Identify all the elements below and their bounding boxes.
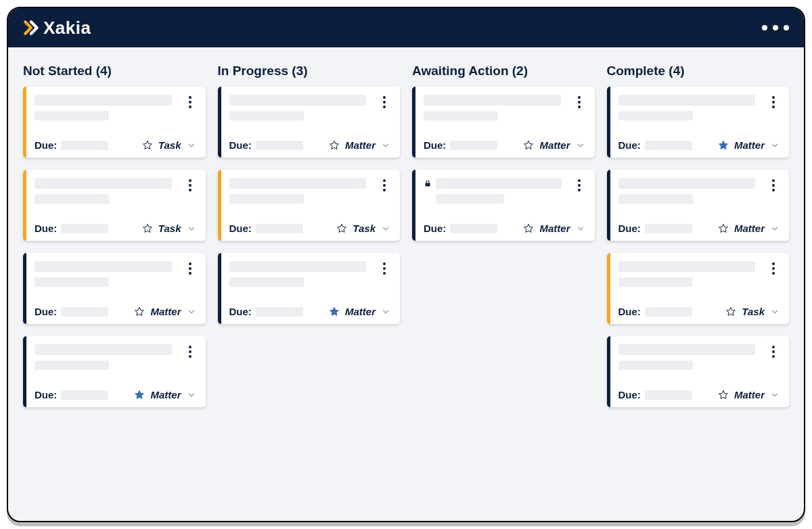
titlebar: Xakia (8, 8, 804, 47)
due-label: Due: (229, 139, 252, 151)
card-title-placeholder (618, 261, 768, 287)
star-icon[interactable] (134, 306, 145, 317)
kanban-card[interactable]: Due: Matter (412, 87, 595, 158)
card-menu-button[interactable] (184, 344, 196, 358)
kanban-column: Complete (4) Due: Matter (607, 64, 790, 419)
brand: Xakia (23, 18, 91, 39)
due-label: Due: (35, 139, 57, 151)
card-menu-button[interactable] (378, 95, 390, 108)
kanban-card[interactable]: Due: Matter (23, 336, 206, 407)
due-label: Due: (424, 223, 446, 234)
kanban-card[interactable]: Due: Task (23, 87, 206, 158)
kanban-card[interactable]: Due: Matter (607, 336, 790, 407)
due-field: Due: (229, 139, 303, 151)
kanban-card[interactable]: Due: Task (218, 170, 401, 241)
star-icon[interactable] (523, 140, 534, 151)
chevron-down-icon[interactable] (381, 141, 390, 150)
star-icon[interactable] (523, 223, 534, 234)
card-type-label: Matter (734, 223, 765, 234)
lock-icon (424, 179, 432, 188)
chevron-down-icon[interactable] (576, 224, 585, 233)
due-field: Due: (424, 223, 497, 234)
app-window: Xakia Not Started (4) Due: (7, 7, 805, 522)
star-icon[interactable] (329, 140, 340, 151)
due-value-placeholder (450, 141, 497, 150)
star-icon[interactable] (725, 306, 736, 317)
chevron-down-icon[interactable] (187, 224, 196, 233)
card-title-placeholder (35, 344, 184, 370)
due-label: Due: (618, 223, 641, 234)
card-menu-button[interactable] (767, 261, 780, 275)
star-icon[interactable] (329, 306, 340, 317)
due-value-placeholder (256, 224, 303, 233)
kanban-card[interactable]: Due: Matter (218, 87, 401, 158)
due-value-placeholder (645, 390, 692, 400)
card-type-label: Task (353, 223, 376, 234)
chevron-down-icon[interactable] (770, 307, 780, 317)
column-title: Awaiting Action (2) (412, 64, 595, 78)
card-menu-button[interactable] (378, 261, 390, 275)
window-menu-button[interactable] (762, 25, 789, 30)
kanban-card[interactable]: Due: Matter (607, 170, 790, 241)
card-type-label: Matter (539, 223, 570, 234)
kanban-column: In Progress (3) Due: Matter (218, 64, 401, 336)
kanban-card[interactable]: Due: Matter (412, 170, 595, 241)
star-icon[interactable] (134, 390, 145, 400)
chevron-down-icon[interactable] (770, 224, 780, 233)
brand-logo-icon (23, 19, 41, 37)
due-value-placeholder (61, 390, 108, 400)
due-field: Due: (618, 389, 692, 400)
card-menu-button[interactable] (573, 178, 585, 191)
card-title-placeholder (35, 95, 184, 120)
card-title-placeholder (424, 95, 573, 120)
card-title-placeholder (436, 178, 573, 204)
card-title-placeholder (229, 261, 379, 287)
card-menu-button[interactable] (184, 95, 196, 108)
chevron-down-icon[interactable] (576, 141, 585, 150)
chevron-down-icon[interactable] (381, 307, 390, 317)
card-menu-button[interactable] (767, 95, 780, 108)
card-menu-button[interactable] (767, 344, 780, 358)
svg-rect-0 (426, 183, 430, 187)
card-title-placeholder (618, 344, 768, 370)
star-icon[interactable] (336, 223, 347, 234)
kanban-card[interactable]: Due: Task (23, 170, 206, 241)
card-title-placeholder (35, 178, 184, 204)
kanban-card[interactable]: Due: Matter (607, 87, 790, 158)
column-title: In Progress (3) (218, 64, 401, 78)
kanban-card[interactable]: Due: Matter (218, 253, 401, 324)
card-type-label: Matter (345, 139, 376, 151)
card-menu-button[interactable] (184, 178, 196, 191)
card-menu-button[interactable] (767, 178, 780, 191)
chevron-down-icon[interactable] (187, 390, 196, 400)
due-field: Due: (35, 306, 108, 317)
star-icon[interactable] (718, 223, 729, 234)
kanban-column: Not Started (4) Due: Task (23, 64, 206, 419)
card-menu-button[interactable] (573, 95, 585, 108)
kanban-card[interactable]: Due: Matter (23, 253, 206, 324)
chevron-down-icon[interactable] (187, 141, 196, 150)
star-icon[interactable] (718, 390, 729, 400)
due-value-placeholder (61, 307, 108, 317)
card-type-label: Matter (734, 139, 765, 151)
due-label: Due: (424, 139, 446, 151)
due-label: Due: (618, 306, 641, 317)
kanban-column: Awaiting Action (2) Due: Matter (412, 64, 595, 253)
kanban-card[interactable]: Due: Task (607, 253, 790, 324)
chevron-down-icon[interactable] (381, 224, 390, 233)
chevron-down-icon[interactable] (187, 307, 196, 317)
chevron-down-icon[interactable] (770, 390, 780, 400)
brand-name: Xakia (43, 18, 91, 39)
due-value-placeholder (450, 224, 497, 233)
card-type-label: Matter (150, 389, 181, 400)
card-menu-button[interactable] (378, 178, 390, 191)
star-icon[interactable] (142, 140, 153, 151)
due-field: Due: (35, 139, 108, 151)
star-icon[interactable] (718, 140, 729, 151)
due-field: Due: (424, 139, 497, 151)
star-icon[interactable] (142, 223, 153, 234)
chevron-down-icon[interactable] (770, 141, 780, 150)
card-menu-button[interactable] (184, 261, 196, 275)
due-field: Due: (229, 306, 303, 317)
due-field: Due: (35, 389, 108, 400)
